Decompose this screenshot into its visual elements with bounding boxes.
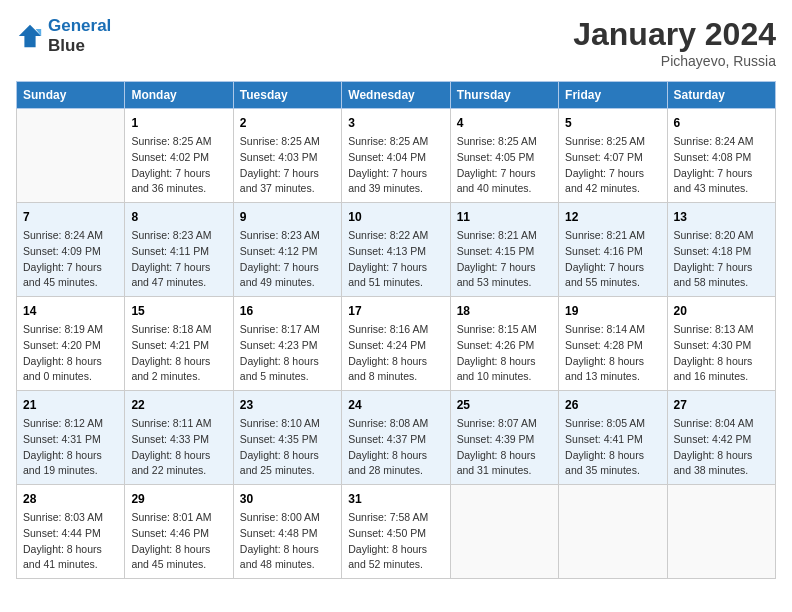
day-number: 4 [457, 114, 552, 132]
day-info: Sunrise: 8:03 AMSunset: 4:44 PMDaylight:… [23, 510, 118, 573]
day-info: Sunrise: 8:10 AMSunset: 4:35 PMDaylight:… [240, 416, 335, 479]
day-cell: 12Sunrise: 8:21 AMSunset: 4:16 PMDayligh… [559, 203, 667, 297]
column-header-thursday: Thursday [450, 82, 558, 109]
day-cell: 23Sunrise: 8:10 AMSunset: 4:35 PMDayligh… [233, 391, 341, 485]
day-info: Sunrise: 8:14 AMSunset: 4:28 PMDaylight:… [565, 322, 660, 385]
week-row-4: 21Sunrise: 8:12 AMSunset: 4:31 PMDayligh… [17, 391, 776, 485]
day-info: Sunrise: 8:25 AMSunset: 4:07 PMDaylight:… [565, 134, 660, 197]
day-cell: 13Sunrise: 8:20 AMSunset: 4:18 PMDayligh… [667, 203, 775, 297]
day-info: Sunrise: 8:25 AMSunset: 4:04 PMDaylight:… [348, 134, 443, 197]
day-number: 17 [348, 302, 443, 320]
day-cell: 15Sunrise: 8:18 AMSunset: 4:21 PMDayligh… [125, 297, 233, 391]
day-number: 7 [23, 208, 118, 226]
column-header-sunday: Sunday [17, 82, 125, 109]
day-number: 27 [674, 396, 769, 414]
page-header: General Blue January 2024 Pichayevo, Rus… [16, 16, 776, 69]
day-number: 23 [240, 396, 335, 414]
day-cell [667, 485, 775, 579]
day-number: 24 [348, 396, 443, 414]
day-cell: 20Sunrise: 8:13 AMSunset: 4:30 PMDayligh… [667, 297, 775, 391]
day-number: 13 [674, 208, 769, 226]
day-cell: 10Sunrise: 8:22 AMSunset: 4:13 PMDayligh… [342, 203, 450, 297]
week-row-1: 1Sunrise: 8:25 AMSunset: 4:02 PMDaylight… [17, 109, 776, 203]
day-info: Sunrise: 8:23 AMSunset: 4:12 PMDaylight:… [240, 228, 335, 291]
day-number: 15 [131, 302, 226, 320]
logo-text: General Blue [48, 16, 111, 56]
day-cell [17, 109, 125, 203]
day-info: Sunrise: 8:23 AMSunset: 4:11 PMDaylight:… [131, 228, 226, 291]
day-info: Sunrise: 8:07 AMSunset: 4:39 PMDaylight:… [457, 416, 552, 479]
week-row-3: 14Sunrise: 8:19 AMSunset: 4:20 PMDayligh… [17, 297, 776, 391]
day-cell: 16Sunrise: 8:17 AMSunset: 4:23 PMDayligh… [233, 297, 341, 391]
day-number: 19 [565, 302, 660, 320]
day-info: Sunrise: 8:22 AMSunset: 4:13 PMDaylight:… [348, 228, 443, 291]
day-cell: 18Sunrise: 8:15 AMSunset: 4:26 PMDayligh… [450, 297, 558, 391]
day-info: Sunrise: 8:05 AMSunset: 4:41 PMDaylight:… [565, 416, 660, 479]
day-cell: 19Sunrise: 8:14 AMSunset: 4:28 PMDayligh… [559, 297, 667, 391]
day-number: 16 [240, 302, 335, 320]
day-info: Sunrise: 8:24 AMSunset: 4:09 PMDaylight:… [23, 228, 118, 291]
day-cell: 5Sunrise: 8:25 AMSunset: 4:07 PMDaylight… [559, 109, 667, 203]
day-number: 21 [23, 396, 118, 414]
day-number: 25 [457, 396, 552, 414]
day-cell: 31Sunrise: 7:58 AMSunset: 4:50 PMDayligh… [342, 485, 450, 579]
day-info: Sunrise: 8:00 AMSunset: 4:48 PMDaylight:… [240, 510, 335, 573]
day-cell: 2Sunrise: 8:25 AMSunset: 4:03 PMDaylight… [233, 109, 341, 203]
day-info: Sunrise: 8:25 AMSunset: 4:03 PMDaylight:… [240, 134, 335, 197]
day-cell: 9Sunrise: 8:23 AMSunset: 4:12 PMDaylight… [233, 203, 341, 297]
day-info: Sunrise: 8:20 AMSunset: 4:18 PMDaylight:… [674, 228, 769, 291]
day-number: 1 [131, 114, 226, 132]
day-cell: 26Sunrise: 8:05 AMSunset: 4:41 PMDayligh… [559, 391, 667, 485]
day-cell: 3Sunrise: 8:25 AMSunset: 4:04 PMDaylight… [342, 109, 450, 203]
day-cell [559, 485, 667, 579]
day-cell: 24Sunrise: 8:08 AMSunset: 4:37 PMDayligh… [342, 391, 450, 485]
day-cell: 7Sunrise: 8:24 AMSunset: 4:09 PMDaylight… [17, 203, 125, 297]
day-info: Sunrise: 8:25 AMSunset: 4:05 PMDaylight:… [457, 134, 552, 197]
column-header-wednesday: Wednesday [342, 82, 450, 109]
week-row-2: 7Sunrise: 8:24 AMSunset: 4:09 PMDaylight… [17, 203, 776, 297]
day-number: 11 [457, 208, 552, 226]
day-info: Sunrise: 8:04 AMSunset: 4:42 PMDaylight:… [674, 416, 769, 479]
column-header-monday: Monday [125, 82, 233, 109]
day-info: Sunrise: 8:15 AMSunset: 4:26 PMDaylight:… [457, 322, 552, 385]
day-cell: 27Sunrise: 8:04 AMSunset: 4:42 PMDayligh… [667, 391, 775, 485]
day-number: 28 [23, 490, 118, 508]
day-info: Sunrise: 8:16 AMSunset: 4:24 PMDaylight:… [348, 322, 443, 385]
day-cell: 30Sunrise: 8:00 AMSunset: 4:48 PMDayligh… [233, 485, 341, 579]
day-number: 2 [240, 114, 335, 132]
day-cell: 21Sunrise: 8:12 AMSunset: 4:31 PMDayligh… [17, 391, 125, 485]
day-info: Sunrise: 8:12 AMSunset: 4:31 PMDaylight:… [23, 416, 118, 479]
column-header-friday: Friday [559, 82, 667, 109]
day-cell: 14Sunrise: 8:19 AMSunset: 4:20 PMDayligh… [17, 297, 125, 391]
day-cell: 8Sunrise: 8:23 AMSunset: 4:11 PMDaylight… [125, 203, 233, 297]
day-info: Sunrise: 8:13 AMSunset: 4:30 PMDaylight:… [674, 322, 769, 385]
day-number: 9 [240, 208, 335, 226]
day-number: 10 [348, 208, 443, 226]
day-number: 5 [565, 114, 660, 132]
day-cell: 29Sunrise: 8:01 AMSunset: 4:46 PMDayligh… [125, 485, 233, 579]
day-info: Sunrise: 8:11 AMSunset: 4:33 PMDaylight:… [131, 416, 226, 479]
logo-icon [16, 22, 44, 50]
day-info: Sunrise: 8:01 AMSunset: 4:46 PMDaylight:… [131, 510, 226, 573]
day-info: Sunrise: 8:18 AMSunset: 4:21 PMDaylight:… [131, 322, 226, 385]
day-cell [450, 485, 558, 579]
day-number: 6 [674, 114, 769, 132]
day-number: 12 [565, 208, 660, 226]
week-row-5: 28Sunrise: 8:03 AMSunset: 4:44 PMDayligh… [17, 485, 776, 579]
day-info: Sunrise: 8:19 AMSunset: 4:20 PMDaylight:… [23, 322, 118, 385]
location: Pichayevo, Russia [573, 53, 776, 69]
day-info: Sunrise: 8:25 AMSunset: 4:02 PMDaylight:… [131, 134, 226, 197]
day-number: 31 [348, 490, 443, 508]
day-number: 18 [457, 302, 552, 320]
day-number: 30 [240, 490, 335, 508]
day-cell: 4Sunrise: 8:25 AMSunset: 4:05 PMDaylight… [450, 109, 558, 203]
calendar-header: SundayMondayTuesdayWednesdayThursdayFrid… [17, 82, 776, 109]
day-info: Sunrise: 8:17 AMSunset: 4:23 PMDaylight:… [240, 322, 335, 385]
day-number: 3 [348, 114, 443, 132]
logo: General Blue [16, 16, 111, 56]
day-info: Sunrise: 8:21 AMSunset: 4:16 PMDaylight:… [565, 228, 660, 291]
day-info: Sunrise: 7:58 AMSunset: 4:50 PMDaylight:… [348, 510, 443, 573]
day-cell: 28Sunrise: 8:03 AMSunset: 4:44 PMDayligh… [17, 485, 125, 579]
column-header-tuesday: Tuesday [233, 82, 341, 109]
day-number: 20 [674, 302, 769, 320]
